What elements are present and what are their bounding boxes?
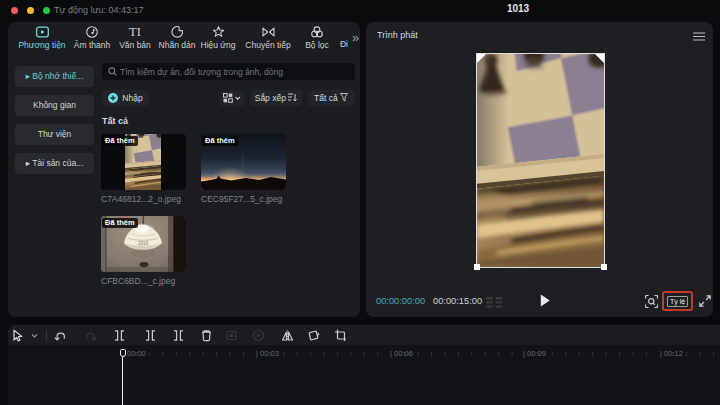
svg-text:TI: TI [129,26,141,38]
svg-text:2019: 2019 [138,241,149,246]
